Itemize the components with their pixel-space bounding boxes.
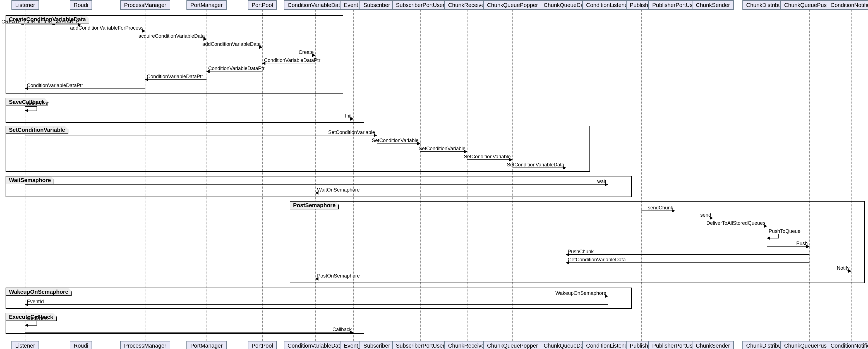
message-label: ConditionVariableDataPtr <box>147 74 203 79</box>
lifeline-Publisher <box>641 10 642 341</box>
participant-PortPool-bottom: PortPool <box>248 341 277 349</box>
message-arrow <box>25 25 81 25</box>
message-arrow <box>713 226 767 226</box>
participant-label: ChunkReceiver <box>448 2 487 8</box>
participant-label: PortManager <box>190 343 223 349</box>
group-frame: PostSemaphore <box>290 201 865 283</box>
participant-label: ConditionListener <box>586 343 630 349</box>
message-label: GetConditionVariableData <box>568 257 626 262</box>
message-arrow <box>467 159 513 160</box>
group-frame: SaveCallback <box>6 98 364 123</box>
group-title: SetConditionVariable <box>6 126 68 134</box>
participant-ConditionNotifier-top: ConditionNotifier <box>827 0 868 10</box>
message-label: DeliverToAllStoredQueues <box>706 221 765 226</box>
participant-Subscriber-top: Subscriber <box>360 0 394 10</box>
participant-label: ConditionNotifier <box>831 2 868 8</box>
message-arrow <box>513 168 566 168</box>
group-title: PostSemaphore <box>290 201 339 209</box>
message-arrow <box>675 218 713 218</box>
participant-label: Listener <box>16 343 35 349</box>
participant-label: ConditionVariableData <box>288 2 343 8</box>
message-arrow <box>25 184 608 184</box>
message-arrow <box>145 39 207 39</box>
message-arrow <box>767 246 809 246</box>
message-arrow <box>25 332 353 332</box>
message-label: Init <box>345 113 352 118</box>
message-arrow <box>809 271 851 271</box>
participant-ConditionVariableData-top: ConditionVariableData <box>284 0 347 10</box>
message-arrow <box>262 55 315 55</box>
lifeline-ChunkSender <box>713 10 713 341</box>
message-label: AddEvent <box>27 101 49 106</box>
participant-ConditionNotifier-bottom: ConditionNotifier <box>827 341 868 349</box>
participant-label: Roudi <box>74 2 88 8</box>
participant-label: ProcessManager <box>124 343 166 349</box>
participant-label: ConditionListener <box>586 2 630 8</box>
participant-Subscriber-bottom: Subscriber <box>360 341 394 349</box>
message-label: ConditionVariableDataPtr <box>208 66 265 71</box>
selfcall-arrow <box>25 321 37 325</box>
message-arrow <box>207 71 262 71</box>
participant-ChunkSender-top: ChunkSender <box>692 0 734 10</box>
group-title-text: WakeupOnSemaphore <box>9 289 68 295</box>
participant-ProcessManager-bottom: ProcessManager <box>120 341 170 349</box>
message-label: GetEvent <box>27 316 48 321</box>
message-label: addConditionVariableData <box>203 41 261 47</box>
participant-label: Listener <box>16 2 35 8</box>
participant-PortPool-top: PortPool <box>248 0 277 10</box>
message-arrow <box>566 254 809 255</box>
group-title-text: PostSemaphore <box>293 202 336 208</box>
message-arrow <box>25 119 353 119</box>
participant-SubscriberPortUser-bottom: SubscriberPortUser <box>392 341 449 349</box>
participant-label: ChunkSender <box>696 2 730 8</box>
participant-ChunkSender-bottom: ChunkSender <box>692 341 734 349</box>
lifeline-PublisherPortUser <box>675 10 675 341</box>
participant-label: Subscriber <box>363 2 390 8</box>
message-label: SetConditionVariable <box>418 146 466 151</box>
selfcall-arrow <box>25 106 37 111</box>
message-arrow <box>207 47 262 47</box>
group-title-text: SetConditionVariable <box>9 127 65 133</box>
message-label: Create <box>299 50 314 55</box>
participant-ChunkQueuePopper-top: ChunkQueuePopper <box>483 0 542 10</box>
participant-label: ChunkQueuePopper <box>487 343 538 349</box>
message-label: PostOnSemaphore <box>317 273 360 279</box>
message-arrow <box>145 79 207 80</box>
participant-label: SubscriberPortUser <box>396 2 445 8</box>
message-label: addConditionVariableForProcess <box>70 25 144 30</box>
group-frame: CreateConditionVariableData <box>6 15 343 93</box>
message-label: WakeupOnSemaphore <box>555 291 606 296</box>
message-arrow <box>81 31 145 31</box>
message-label: SetConditionVariable <box>328 130 375 135</box>
message-label: ConditionVariableDataPtr <box>264 58 320 63</box>
message-arrow <box>377 143 420 144</box>
lifeline-ChunkQueuePusher <box>809 10 810 341</box>
message-arrow <box>641 210 675 211</box>
lifeline-ConditionNotifier <box>851 10 851 341</box>
group-title-text: WaitSemaphore <box>9 177 51 183</box>
message-arrow <box>315 296 608 296</box>
message-label: EventId <box>27 299 44 304</box>
participant-SubscriberPortUser-top: SubscriberPortUser <box>392 0 449 10</box>
group-title: WaitSemaphore <box>6 176 54 184</box>
message-arrow <box>566 262 809 263</box>
participant-label: ChunkQueueData <box>544 2 588 8</box>
participant-label: ConditionVariableData <box>288 343 343 349</box>
participant-Roudi-top: Roudi <box>70 0 92 10</box>
group-title: WakeupOnSemaphore <box>6 288 72 296</box>
message-arrow <box>420 151 467 152</box>
message-label: SetConditionVariable <box>372 138 418 143</box>
group-frame: WakeupOnSemaphore <box>6 288 632 309</box>
participant-label: PublisherPortUser <box>652 2 698 8</box>
participant-label: SubscriberPortUser <box>396 343 445 349</box>
message-label: PushToQueue <box>769 229 801 234</box>
message-label: Notify <box>837 265 849 270</box>
lifeline-ChunkDistributor <box>767 10 767 341</box>
participant-label: ProcessManager <box>124 2 166 8</box>
selfcall-arrow <box>767 234 779 238</box>
participant-label: Subscriber <box>363 343 390 349</box>
participant-label: ChunkQueueData <box>544 343 588 349</box>
participant-label: PortPool <box>252 343 273 349</box>
participant-PortManager-bottom: PortManager <box>186 341 227 349</box>
message-arrow <box>25 135 377 136</box>
